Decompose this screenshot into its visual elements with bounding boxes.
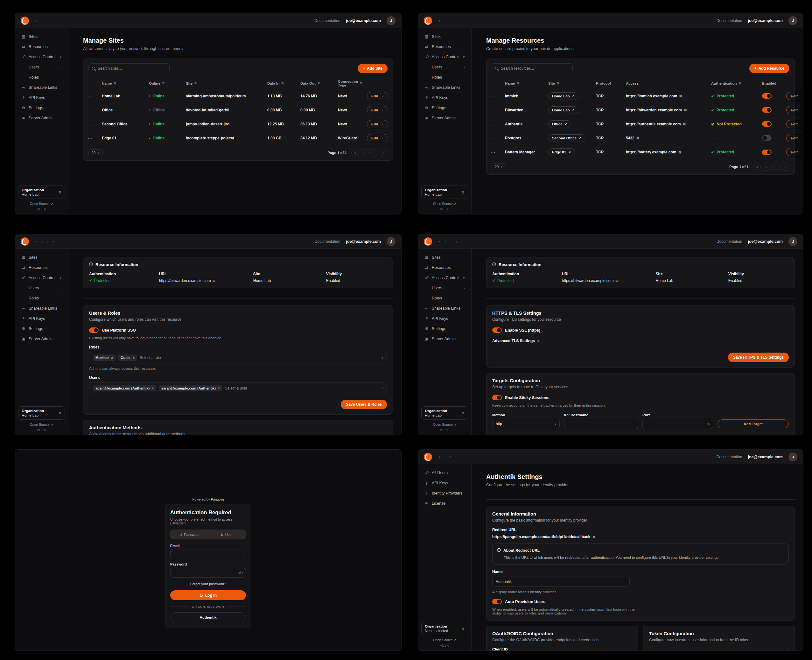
edit-button[interactable]: Edit→ — [786, 134, 803, 142]
copy-icon[interactable]: ⧉ — [213, 279, 215, 283]
breadcrumb-item[interactable] — [33, 239, 39, 244]
sidebar-item[interactable]: ∞ Shareable Links — [421, 304, 468, 313]
remove-icon[interactable]: × — [218, 387, 220, 390]
row-menu-button[interactable]: ⋯ — [491, 94, 505, 98]
row-menu-button[interactable]: ⋯ — [88, 136, 102, 141]
sidebar-item[interactable]: ☍ Access Control ∨ — [421, 52, 468, 62]
edit-button[interactable]: Edit→ — [367, 134, 388, 142]
column-header[interactable]: Authentication⇅ — [711, 81, 762, 85]
page-size-select[interactable]: 20∨ — [89, 149, 103, 156]
sidebar-item[interactable]: ▦ Sites — [421, 32, 468, 41]
sidebar-item[interactable]: ⚷ API Keys — [421, 93, 468, 103]
open-source-link[interactable]: Open Source ↗ — [433, 423, 457, 427]
selected-role-pill[interactable]: Guest× — [118, 354, 137, 361]
site-link[interactable]: Edge 01↗ — [548, 148, 575, 156]
site-link[interactable]: Second Office↗ — [548, 134, 585, 142]
sidebar-item[interactable]: ⚙ Settings — [421, 103, 468, 113]
open-source-link[interactable]: Open Source ↗ — [30, 423, 54, 427]
user-email[interactable]: joe@example.com — [748, 455, 783, 459]
documentation-link[interactable]: Documentation — [717, 455, 742, 459]
breadcrumb-item[interactable] — [442, 455, 448, 459]
enabled-toggle[interactable] — [762, 135, 772, 141]
column-header[interactable]: Name⇅ — [505, 81, 548, 85]
copy-icon[interactable]: ⧉ — [637, 136, 639, 140]
tab[interactable] — [496, 294, 498, 298]
open-source-link[interactable]: Open Source ↗ — [433, 638, 457, 642]
edit-button[interactable]: Edit→ — [786, 106, 803, 114]
breadcrumb-item[interactable] — [454, 239, 460, 244]
authentik-sso-button[interactable]: Authentik — [170, 612, 246, 622]
sidebar-item[interactable]: ⚙ Settings — [421, 324, 468, 333]
row-menu-button[interactable]: ⋯ — [491, 122, 505, 126]
next-page-button[interactable]: › — [772, 163, 780, 171]
sidebar-item[interactable]: Roles — [18, 294, 65, 303]
search-input[interactable]: Search sites... — [89, 63, 170, 73]
column-header[interactable]: Online⇅ — [149, 81, 186, 85]
tab[interactable] — [93, 294, 95, 298]
breadcrumb-item[interactable] — [39, 239, 45, 244]
first-page-button[interactable]: « — [753, 163, 761, 171]
row-menu-button[interactable]: ⋯ — [491, 108, 505, 112]
avatar[interactable]: J — [788, 16, 797, 25]
sidebar-item[interactable]: Users › — [18, 283, 65, 293]
sidebar-item[interactable]: Users › — [421, 62, 468, 72]
enabled-toggle[interactable] — [762, 149, 772, 155]
organization-select[interactable]: OrganizationHome Lab ⇅ — [18, 186, 65, 199]
site-link[interactable]: Office↗ — [548, 120, 571, 128]
documentation-link[interactable]: Documentation — [717, 19, 742, 23]
remove-icon[interactable]: × — [152, 387, 154, 390]
breadcrumb-item[interactable] — [51, 239, 56, 244]
avatar[interactable]: J — [387, 16, 395, 25]
next-page-button[interactable]: › — [370, 149, 378, 157]
sidebar-item[interactable]: Roles — [421, 294, 468, 303]
column-header[interactable]: Connection Type⇅ — [338, 79, 363, 87]
add-resource-button[interactable]: +Add Resource — [749, 63, 790, 73]
pangolin-link[interactable]: Pangolin — [211, 497, 224, 501]
copy-icon[interactable]: ⧉ — [678, 150, 681, 154]
remove-icon[interactable]: × — [111, 356, 113, 360]
organization-select[interactable]: OrganizationHome Lab ⇅ — [421, 406, 468, 420]
save-https-tls-button[interactable]: Save HTTPS & TLS Settings — [728, 352, 789, 362]
copy-icon[interactable]: ⧉ — [684, 108, 687, 112]
edit-button[interactable]: Edit→ — [786, 92, 803, 100]
ip-hostname-input[interactable] — [564, 419, 638, 429]
password-field[interactable] — [170, 568, 246, 578]
sidebar-item[interactable]: ▦ Sites — [18, 253, 65, 262]
tab[interactable] — [114, 294, 115, 298]
save-users-roles-button[interactable]: Save Users & Roles — [341, 400, 387, 409]
column-header[interactable]: Protocol — [596, 81, 626, 85]
row-menu-button[interactable]: ⋯ — [491, 136, 505, 140]
breadcrumb-item[interactable] — [442, 19, 448, 23]
tab[interactable] — [103, 294, 105, 298]
breadcrumb-item[interactable] — [33, 19, 39, 23]
copy-icon[interactable]: ⧉ — [615, 279, 618, 283]
sidebar-item[interactable]: ☍ Access Control ∨ — [421, 273, 468, 282]
sticky-sessions-toggle[interactable] — [492, 395, 502, 400]
sidebar-item[interactable]: ⇄ Resources — [18, 42, 65, 52]
edit-button[interactable]: Edit→ — [786, 120, 803, 128]
sidebar-item[interactable]: Users › — [421, 283, 468, 293]
sidebar-item[interactable]: ⇄ Resources — [421, 263, 468, 272]
breadcrumb-item[interactable] — [436, 19, 442, 23]
avatar[interactable]: J — [788, 452, 797, 462]
tab[interactable] — [83, 294, 84, 298]
first-page-button[interactable]: « — [351, 149, 359, 157]
sidebar-item[interactable]: ⚷ API Keys — [18, 314, 65, 323]
add-site-button[interactable]: +Add Site — [358, 63, 387, 73]
sidebar-item[interactable]: ▦ Sites — [18, 32, 65, 41]
breadcrumb-item[interactable] — [448, 239, 454, 244]
idp-name-input[interactable]: Authentik — [492, 577, 630, 587]
row-menu-button[interactable]: ⋯ — [88, 108, 102, 112]
tab[interactable] — [506, 294, 508, 298]
forgot-password-link[interactable]: Forgot your password? — [170, 582, 246, 586]
sidebar-item[interactable]: ⚙ Settings — [18, 103, 65, 113]
sidebar-item[interactable]: ✉ License — [421, 499, 468, 508]
user-email[interactable]: joe@example.com — [346, 239, 381, 244]
log-in-button[interactable]: Log In — [170, 590, 246, 600]
add-target-button[interactable]: Add Target — [717, 419, 789, 428]
column-header[interactable]: Name⇅ — [102, 81, 149, 85]
sidebar-item[interactable]: ⚷ API Keys — [421, 314, 468, 323]
eye-icon[interactable] — [239, 571, 243, 575]
sidebar-item[interactable]: ☍ All Users — [421, 468, 468, 478]
tab[interactable] — [517, 294, 518, 298]
